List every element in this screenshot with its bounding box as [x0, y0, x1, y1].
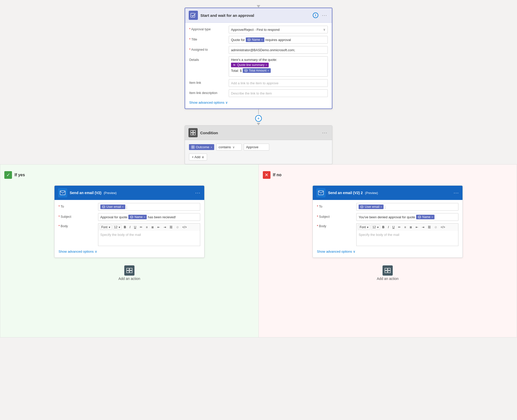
- no-email-icon: [316, 188, 325, 197]
- no-user-email-token: User email ×: [359, 205, 384, 209]
- yes-list-ol-btn[interactable]: ≣: [150, 225, 155, 229]
- yes-size-select[interactable]: 12 ▾: [113, 225, 121, 230]
- no-subject-input[interactable]: You've been denied approval for quote: [356, 213, 458, 221]
- svg-point-14: [130, 216, 133, 217]
- condition-operator[interactable]: contains ∨: [216, 144, 242, 151]
- yes-font-chevron: ▾: [109, 226, 110, 229]
- yes-token-db-icon: [102, 205, 105, 209]
- no-unlink-btn[interactable]: ⊘: [433, 225, 438, 229]
- yes-code-btn[interactable]: </>: [181, 225, 188, 229]
- yes-pen-btn[interactable]: ✏: [139, 225, 144, 229]
- yes-subject-prefix: Approval for quote: [100, 215, 127, 219]
- no-add-action-btn[interactable]: Add an action: [377, 265, 399, 281]
- yes-subject-input[interactable]: Approval for quote Name: [98, 213, 200, 221]
- yes-indent-l-btn[interactable]: ⇤: [156, 225, 161, 229]
- yes-subject-suffix: has been recieved!: [148, 215, 176, 219]
- yes-unlink-btn[interactable]: ⊘: [175, 225, 180, 229]
- no-code-btn[interactable]: </>: [439, 225, 446, 229]
- no-underline-btn[interactable]: U: [391, 225, 396, 229]
- condition-dots-menu[interactable]: ···: [321, 130, 329, 136]
- no-to-input[interactable]: User email × ;: [356, 203, 458, 211]
- no-list-ul-btn[interactable]: ≡: [403, 225, 407, 229]
- svg-point-2: [248, 38, 250, 39]
- yes-user-email-close[interactable]: ×: [122, 205, 124, 208]
- title-name-token: Name ×: [246, 37, 264, 42]
- svg-rect-5: [193, 130, 195, 132]
- yes-body-input[interactable]: Specify the body of the mail: [98, 231, 200, 246]
- details-token1-close[interactable]: ×: [265, 63, 267, 66]
- condition-value-input[interactable]: Approve: [244, 144, 269, 151]
- yes-font-select[interactable]: Font ▾: [100, 225, 112, 230]
- branch-yes-header-row: ✓ If yes: [4, 169, 254, 181]
- no-list-ol-btn[interactable]: ≣: [408, 225, 413, 229]
- no-link-btn[interactable]: ⛓: [427, 225, 432, 229]
- branch-no-x-icon: ✕: [263, 171, 270, 179]
- item-link-desc-label: Item link description: [189, 89, 226, 95]
- token-db-icon2: [244, 69, 248, 72]
- yes-add-action-btn[interactable]: Add an action: [118, 265, 140, 281]
- approval-show-advanced[interactable]: Show advanced options ∨: [189, 100, 328, 105]
- no-italic-btn[interactable]: I: [387, 225, 390, 229]
- info-icon[interactable]: i: [313, 12, 318, 18]
- title-input[interactable]: Quote for Name × requires approval: [229, 36, 328, 44]
- no-size-chevron: ▾: [377, 226, 379, 229]
- no-subject-prefix: You've been denied approval for quote: [359, 215, 415, 219]
- yes-link-btn[interactable]: ⛓: [168, 225, 174, 229]
- yes-name-token: Name ×: [128, 215, 147, 219]
- outcome-token-icon: [191, 145, 195, 149]
- approval-icon: [189, 11, 198, 20]
- yes-show-advanced[interactable]: Show advanced options ∨: [59, 249, 200, 254]
- title-name-token-label: Name: [252, 38, 260, 42]
- item-link-desc-input[interactable]: Describe the link to the item: [229, 89, 328, 97]
- condition-body: Outcome × contains ∨ Approve + Add ∨: [185, 140, 332, 164]
- yes-indent-r-btn[interactable]: ⇥: [162, 225, 167, 229]
- yes-italic-btn[interactable]: I: [128, 225, 132, 229]
- details-line2: Total: $: [231, 69, 242, 73]
- yes-show-advanced-chevron: ∨: [95, 250, 97, 253]
- svg-rect-9: [193, 146, 194, 147]
- yes-add-action-text: Add an action: [118, 277, 140, 281]
- item-link-input[interactable]: Add a link to the item to approve: [229, 79, 328, 87]
- branch-no: ✕ If no Send an email (V2) 2 (Preview): [259, 165, 517, 337]
- item-link-row: Item link Add a link to the item to appr…: [189, 79, 328, 87]
- assigned-to-input[interactable]: administrator@BASDemo.onmicrosoft.com;: [229, 46, 328, 54]
- mid-arrow: [257, 123, 260, 125]
- yes-to-row: To User email: [59, 203, 200, 211]
- item-link-desc-row: Item link description Describe the link …: [189, 89, 328, 97]
- no-to-suffix: ;: [385, 205, 386, 209]
- yes-email-dots-menu[interactable]: ···: [195, 190, 201, 196]
- yes-name-token-close[interactable]: ×: [144, 215, 145, 219]
- add-step-plus[interactable]: +: [255, 115, 262, 122]
- outcome-token-close[interactable]: ×: [211, 146, 212, 149]
- no-email-dots-menu[interactable]: ···: [454, 190, 459, 196]
- svg-rect-10: [192, 147, 193, 148]
- yes-body-row: Body Font ▾ 12 ▾: [59, 223, 200, 246]
- no-body-input[interactable]: Specify the body of the mail: [356, 231, 458, 246]
- no-name-token-close[interactable]: ×: [431, 215, 433, 219]
- yes-list-ul-btn[interactable]: ≡: [145, 225, 149, 229]
- details-input[interactable]: Here's a summary of the quote: fx Quote …: [229, 56, 328, 77]
- yes-to-input[interactable]: User email × ;: [98, 203, 200, 211]
- no-indent-r-btn[interactable]: ⇥: [420, 225, 426, 229]
- title-name-token-close[interactable]: ×: [261, 38, 263, 41]
- svg-rect-7: [193, 133, 195, 135]
- no-show-advanced[interactable]: Show advanced options ∨: [317, 249, 458, 254]
- svg-point-13: [102, 206, 105, 207]
- approval-type-input[interactable]: Approve/Reject - First to respond ∨: [229, 26, 328, 33]
- condition-add-button[interactable]: + Add ∨: [189, 154, 207, 160]
- no-bold-btn[interactable]: B: [381, 225, 386, 229]
- condition-row: Outcome × contains ∨ Approve: [189, 144, 328, 151]
- no-pen-btn[interactable]: ✏: [397, 225, 402, 229]
- condition-card: Condition ··· Outcome ×: [185, 125, 332, 164]
- yes-bold-btn[interactable]: B: [123, 225, 127, 229]
- no-body-toolbar: Font ▾ 12 ▾ B I U ✏: [356, 223, 458, 231]
- no-user-email-close[interactable]: ×: [380, 205, 382, 208]
- no-indent-l-btn[interactable]: ⇤: [414, 225, 419, 229]
- yes-show-advanced-text: Show advanced options: [59, 250, 94, 253]
- yes-underline-btn[interactable]: U: [133, 225, 138, 229]
- approval-dots-menu[interactable]: ···: [321, 13, 328, 18]
- details-token2-close[interactable]: ×: [267, 69, 269, 72]
- no-font-select[interactable]: Font ▾: [358, 225, 370, 230]
- assigned-to-label: Assigned to: [189, 46, 226, 51]
- no-size-select[interactable]: 12 ▾: [371, 225, 380, 230]
